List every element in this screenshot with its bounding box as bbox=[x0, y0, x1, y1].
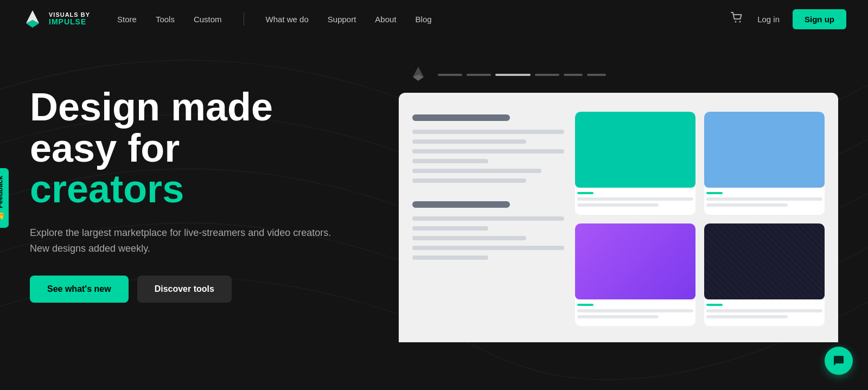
preview-tab-6[interactable] bbox=[587, 74, 606, 76]
card-tag-2 bbox=[706, 192, 723, 194]
preview-tab-5[interactable] bbox=[564, 74, 583, 76]
card-tag-4 bbox=[706, 304, 723, 306]
preview-gap-1 bbox=[412, 188, 564, 201]
hero-title-line1: Design made bbox=[30, 85, 273, 129]
card-image-purple bbox=[575, 223, 695, 299]
nav-support[interactable]: Support bbox=[328, 15, 356, 24]
nav-links: Store Tools Custom What we do Support Ab… bbox=[117, 12, 730, 25]
hero-subtitle: Explore the largest marketplace for live… bbox=[30, 225, 344, 257]
nav-right: Log in Sign up bbox=[730, 9, 846, 29]
nav-blog[interactable]: Blog bbox=[416, 15, 432, 24]
card-line-3a bbox=[577, 309, 693, 312]
card-meta-2 bbox=[704, 188, 825, 212]
logo-text: VISUALS BY IMPULSE bbox=[49, 11, 90, 26]
cart-icon[interactable] bbox=[730, 11, 744, 27]
thumbs-up-icon: 👍 bbox=[0, 212, 4, 220]
preview-line-8 bbox=[412, 226, 488, 231]
logo-impulse: IMPULSE bbox=[49, 18, 90, 26]
chat-button[interactable] bbox=[825, 347, 853, 375]
card-tag-1 bbox=[577, 192, 593, 194]
card-line-1a bbox=[577, 197, 693, 201]
preview-line-5 bbox=[412, 169, 541, 173]
nav-about[interactable]: About bbox=[375, 15, 396, 24]
preview-header bbox=[399, 65, 838, 85]
hero-section: Design made easy for creators Explore th… bbox=[0, 38, 868, 390]
card-image-dark bbox=[704, 223, 825, 299]
preview-line-11 bbox=[412, 255, 488, 260]
chat-icon bbox=[832, 354, 845, 367]
preview-line-10 bbox=[412, 246, 564, 250]
hero-content: Design made easy for creators Explore th… bbox=[30, 71, 388, 303]
card-image-teal bbox=[575, 112, 695, 188]
nav-divider bbox=[244, 12, 244, 25]
preview-tab-2[interactable] bbox=[467, 74, 491, 76]
feedback-label: Feedback bbox=[0, 176, 4, 208]
discover-tools-button[interactable]: Discover tools bbox=[137, 276, 232, 303]
nav-tools[interactable]: Tools bbox=[156, 15, 175, 24]
hero-title-accent: creators bbox=[30, 167, 184, 210]
preview-tabs bbox=[438, 74, 606, 76]
preview-card-teal bbox=[575, 112, 695, 215]
svg-point-3 bbox=[739, 21, 741, 23]
preview-card-blue bbox=[704, 112, 825, 215]
hero-preview bbox=[399, 65, 838, 342]
card-line-2a bbox=[706, 197, 822, 201]
card-line-2b bbox=[706, 203, 788, 207]
card-line-3b bbox=[577, 315, 659, 318]
feedback-tab[interactable]: 👍 Feedback bbox=[0, 168, 9, 228]
nav-custom[interactable]: Custom bbox=[194, 15, 222, 24]
preview-card-dark bbox=[704, 223, 825, 327]
card-meta-3 bbox=[575, 299, 695, 323]
hero-title: Design made easy for creators bbox=[30, 87, 388, 210]
preview-line-4 bbox=[412, 159, 488, 163]
card-image-blue bbox=[704, 112, 825, 188]
preview-line-7 bbox=[412, 216, 564, 221]
login-button[interactable]: Log in bbox=[757, 15, 780, 24]
logo[interactable]: VISUALS BY IMPULSE bbox=[22, 8, 90, 30]
preview-left-column bbox=[412, 109, 564, 326]
preview-card-purple bbox=[575, 223, 695, 327]
preview-logo-icon bbox=[410, 65, 427, 85]
preview-bar-2 bbox=[412, 201, 510, 208]
card-line-1b bbox=[577, 203, 659, 207]
navbar: VISUALS BY IMPULSE Store Tools Custom Wh… bbox=[0, 0, 868, 38]
nav-what-we-do[interactable]: What we do bbox=[266, 15, 309, 24]
card-line-4a bbox=[706, 309, 822, 312]
hero-buttons: See what's new Discover tools bbox=[30, 276, 388, 303]
preview-tab-1[interactable] bbox=[438, 74, 462, 76]
preview-tab-4[interactable] bbox=[535, 74, 559, 76]
preview-right-column bbox=[575, 109, 825, 326]
nav-store[interactable]: Store bbox=[117, 15, 137, 24]
preview-bar-1 bbox=[412, 114, 510, 121]
card-meta-1 bbox=[575, 188, 695, 212]
preview-line-2 bbox=[412, 139, 526, 144]
preview-line-3 bbox=[412, 149, 564, 154]
card-line-4b bbox=[706, 315, 788, 318]
preview-panel bbox=[399, 93, 838, 342]
logo-icon bbox=[22, 8, 43, 30]
card-tag-3 bbox=[577, 304, 593, 306]
see-whats-new-button[interactable]: See what's new bbox=[30, 276, 129, 303]
signup-button[interactable]: Sign up bbox=[793, 9, 846, 29]
preview-line-9 bbox=[412, 236, 526, 240]
preview-line-6 bbox=[412, 178, 526, 183]
preview-tab-3[interactable] bbox=[495, 74, 531, 76]
svg-point-2 bbox=[735, 21, 737, 23]
preview-line-1 bbox=[412, 130, 564, 134]
card-meta-4 bbox=[704, 299, 825, 323]
hero-title-line2: easy for bbox=[30, 126, 180, 170]
